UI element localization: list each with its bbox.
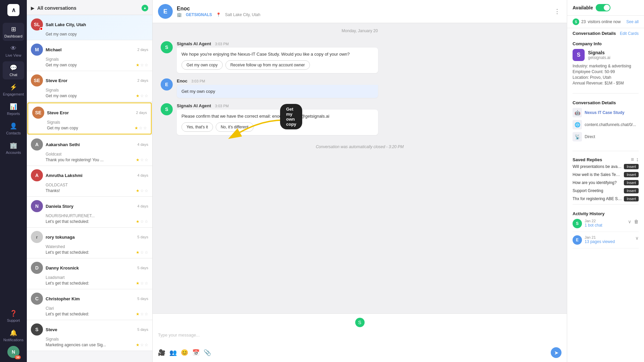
- conv-subtitle-aakarshan: Goldcast: [46, 152, 148, 157]
- conv-item-danny[interactable]: D Danny Krosnick 5 days Loadsmart Let's …: [27, 258, 152, 289]
- activity-desc-1[interactable]: 1 bot chat: [585, 223, 625, 228]
- conv-stars-amrutha: ★☆☆: [136, 188, 148, 193]
- url-icon: 🌐: [573, 120, 582, 129]
- conv-detail-direct: 📡 Direct: [573, 132, 639, 141]
- right-panel: Available S 23 visitors online now See a…: [567, 0, 644, 362]
- nav-logo[interactable]: ∧: [7, 4, 19, 16]
- saved-reply-text-3: How are you identifying?: [573, 180, 622, 185]
- contact-location: Salt Lake City, Utah: [225, 12, 260, 17]
- chat-icon: 💬: [10, 64, 17, 71]
- conv-item-salt-lake[interactable]: SL Salt Lake City, Utah Get my own copy: [27, 15, 152, 40]
- conv-detail-section: 🤖 Nexus IT Case Study 🌐 content.chatfunn…: [567, 108, 644, 148]
- chat-main: E Enoc 🏢 GETSIGNALS 📍 Salt Lake City, Ut…: [153, 0, 567, 362]
- activity-1: S Jan 22 1 bot chat ∨ 🗑: [573, 219, 639, 232]
- insert-btn-1[interactable]: Insert: [624, 164, 639, 169]
- conv-name-michael: Michael: [46, 47, 135, 52]
- conv-avatar-rory: r: [31, 231, 43, 243]
- emoji-tool-icon[interactable]: 😊: [181, 349, 188, 356]
- chat-input-toolbar: 🎥 👥 😊 📅 📎 ➤: [158, 347, 561, 358]
- nav-item-contacts[interactable]: 👤 Contacts: [3, 120, 24, 138]
- activity-desc-2[interactable]: 13 pages viewed: [585, 239, 633, 244]
- yes-thats-it-btn[interactable]: Yes, that's it: [181, 122, 213, 132]
- nav-item-live-view[interactable]: 👁 Live View: [3, 42, 24, 60]
- insert-btn-3[interactable]: Insert: [624, 180, 639, 185]
- insert-btn-2[interactable]: Insert: [624, 172, 639, 177]
- conv-item-daniela[interactable]: N Daniela Story 4 days NOURISHNURTURENET…: [27, 197, 152, 228]
- conv-time-steve-2: 2 days: [136, 111, 147, 115]
- conv-item-steve-eror-2[interactable]: SE Steve Eror 2 days Signals Get my own …: [28, 103, 152, 134]
- add-person-tool-icon[interactable]: 👥: [169, 349, 177, 356]
- nav-item-support[interactable]: ❓ Support: [3, 307, 24, 325]
- activity-chevron-1[interactable]: ∨: [628, 219, 631, 224]
- company-info-row: S Signals getsignals.ai: [573, 49, 639, 61]
- live-view-icon: 👁: [10, 45, 16, 52]
- attachment-tool-icon[interactable]: 📎: [204, 349, 211, 356]
- video-tool-icon[interactable]: 🎥: [158, 349, 165, 356]
- chat-header-sub: 🏢 GETSIGNALS 📍 Salt Lake City, Utah: [177, 12, 549, 17]
- conv-details-header: Conversation Details Edit Cards: [567, 28, 644, 37]
- conv-item-michael[interactable]: M Michael 2 days Signals Get my own copy…: [27, 40, 152, 71]
- msg-bubble-3: Please confirm that we have the correct …: [177, 110, 378, 135]
- nav-label-support: Support: [7, 318, 20, 322]
- receive-follow-up-btn[interactable]: Receive follow up from my account owner: [225, 60, 310, 70]
- conv-item-christopher[interactable]: C Christopher Kim 5 days Clari Let's get…: [27, 289, 152, 320]
- insert-btn-5[interactable]: Insert: [624, 196, 639, 201]
- conv-item-amrutha[interactable]: A Amrutha Lakshmi 4 days GOLDCAST Thanks…: [27, 166, 152, 197]
- message-input[interactable]: [158, 330, 561, 343]
- conv-preview-michael: Get my own copy ★☆☆: [46, 63, 148, 67]
- saved-reply-text-1: Will presentations be availabl...: [573, 164, 622, 169]
- conv-header-badge: ●: [142, 5, 148, 11]
- chat-header-avatar: E: [158, 4, 173, 19]
- nav-label-accounts: Accounts: [6, 150, 21, 155]
- conv-details-title: Conversation Details: [573, 31, 616, 36]
- activity-avatar-1: S: [573, 219, 582, 228]
- nav-label-chat: Chat: [9, 73, 17, 77]
- conv-time-steve-signals: 5 days: [138, 327, 148, 331]
- activity-delete-1[interactable]: 🗑: [634, 219, 639, 224]
- conv-item-steve-eror-1[interactable]: SE Steve Eror 2 days Signals Get my own …: [27, 71, 152, 102]
- conv-detail-nexus: 🤖 Nexus IT Case Study: [573, 108, 639, 117]
- nav-item-accounts[interactable]: 🏢 Accounts: [3, 139, 24, 157]
- available-toggle[interactable]: [596, 4, 610, 11]
- conv-item-steve-signals[interactable]: S Steve 5 days Signals Marketing agencie…: [27, 320, 152, 351]
- visitors-count: 23: [581, 19, 586, 24]
- conv-name-aakarshan: Aakarshan Sethi: [46, 142, 135, 147]
- contact-company-link[interactable]: GETSIGNALS: [186, 12, 212, 17]
- tooltip-get-own-copy[interactable]: Get my own copy: [280, 104, 302, 129]
- insert-btn-4[interactable]: Insert: [624, 188, 639, 193]
- conv-item-aakarshan[interactable]: A Aakarshan Sethi 4 days Goldcast Thank …: [27, 135, 152, 166]
- more-options-button[interactable]: ⋮: [553, 6, 561, 16]
- activity-2: E Jan 21 13 pages viewed ∨: [573, 235, 639, 248]
- conv-name-rory: rory tokunaga: [46, 235, 135, 240]
- notifications-icon: 🔔: [10, 329, 17, 337]
- filter-icon[interactable]: ≡: [631, 157, 634, 163]
- bot-indicator: S: [355, 318, 365, 327]
- activity-chevron-2[interactable]: ∨: [635, 235, 639, 241]
- conv-item-rory[interactable]: r rory tokunaga 5 days Watershed Let's g…: [27, 228, 152, 258]
- expand-icon[interactable]: ▶: [31, 5, 35, 11]
- nav-item-chat[interactable]: 💬 Chat: [3, 61, 24, 79]
- send-button[interactable]: ➤: [551, 347, 561, 358]
- see-all-link[interactable]: See all: [626, 19, 639, 24]
- msg-sender-3: Signals AI Agent 3:03 PM: [177, 103, 559, 108]
- nav-item-notifications[interactable]: 🔔 Notifications: [3, 326, 24, 345]
- sort-icon[interactable]: ↕: [636, 157, 639, 163]
- conv-preview-rory: Let's get that scheduled: ★☆☆: [46, 250, 148, 255]
- calendar-tool-icon[interactable]: 📅: [192, 349, 200, 356]
- msg-content-2: Enoc 3:03 PM Get my own copy: [177, 78, 559, 98]
- conv-time-danny: 5 days: [138, 266, 148, 270]
- nav-item-dashboard[interactable]: ⊞ Dashboard: [3, 23, 24, 41]
- divider-2: [573, 151, 639, 151]
- conv-preview-aakarshan: Thank you for registering! You ... ★☆☆: [46, 158, 148, 162]
- nav-item-engagement[interactable]: ⚡ Engagement: [3, 81, 24, 99]
- nav-item-reports[interactable]: 📊 Reports: [3, 100, 24, 118]
- message-2: E Enoc 3:03 PM Get my own copy: [161, 78, 559, 98]
- chat-input-area: S 🎥 👥 😊 📅 📎 ➤: [153, 313, 567, 362]
- no-different-btn[interactable]: No, it's different: [216, 122, 254, 132]
- edit-cards-link[interactable]: Edit Cards: [620, 31, 639, 36]
- company-revenue: Annual Revenue: $1M - $5M: [573, 81, 639, 85]
- conv-preview-christopher: Let's get that scheduled: ★☆☆: [46, 312, 148, 316]
- date-divider: Monday, January 20: [153, 23, 567, 36]
- user-avatar[interactable]: N 38: [7, 346, 19, 358]
- get-own-copy-btn[interactable]: Get my own copy: [181, 60, 223, 70]
